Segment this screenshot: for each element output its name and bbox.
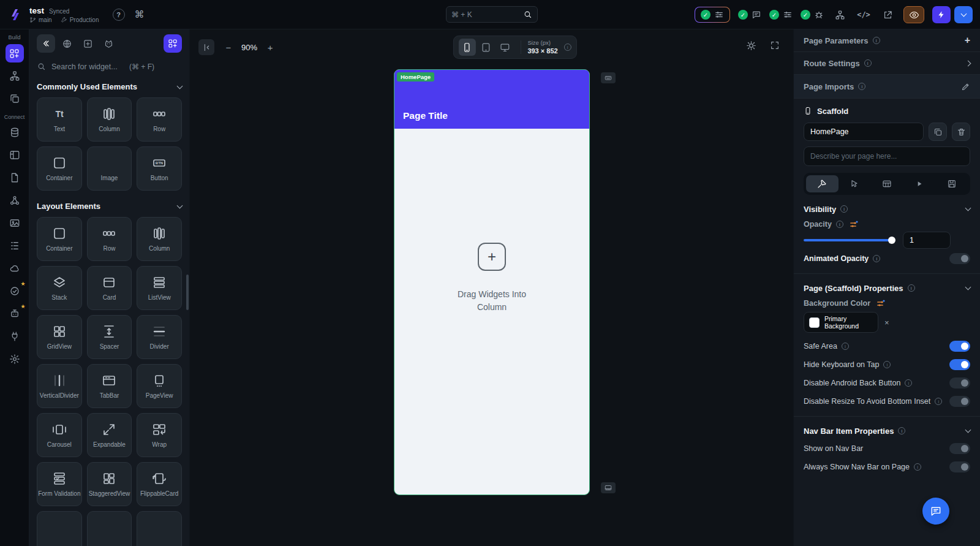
global-search[interactable] <box>446 6 538 23</box>
ai-agent-button[interactable] <box>6 305 23 322</box>
scaffold-properties-header[interactable]: Page (Scaffold) Properties <box>794 280 980 296</box>
storage-tab[interactable] <box>935 175 968 192</box>
run-options-dropdown[interactable] <box>954 6 973 23</box>
page-body-dropzone[interactable]: Drag Widgets Into Column <box>394 129 589 495</box>
widget-card-pageview[interactable]: PageView <box>137 364 182 408</box>
integrations-button[interactable] <box>6 328 23 345</box>
global-widgets-tab[interactable] <box>58 34 76 53</box>
opacity-value-input[interactable] <box>903 232 951 249</box>
project-info[interactable]: test Synced main Production <box>29 6 99 23</box>
widget-card-flippablecard[interactable]: FlippableCard <box>137 462 182 506</box>
add-widget-droptarget[interactable] <box>478 243 506 271</box>
desktop-device-button[interactable] <box>496 39 513 56</box>
clear-color-icon[interactable] <box>884 318 889 327</box>
environment-name[interactable]: Production <box>70 17 99 23</box>
widget-search[interactable]: (⌘ + F) <box>37 62 182 71</box>
widget-card-button[interactable]: Button <box>137 146 182 191</box>
color-swatch[interactable] <box>809 317 820 328</box>
widget-card-gridview[interactable]: GridView <box>37 315 82 359</box>
background-color-chip[interactable]: Primary Background <box>804 312 878 333</box>
animated-opacity-toggle[interactable] <box>949 253 970 264</box>
page-imports-row[interactable]: Page Imports <box>794 75 980 98</box>
page-parameters-row[interactable]: Page Parameters <box>794 29 980 51</box>
zoom-out-button[interactable] <box>222 40 235 54</box>
check-badge-tasks[interactable] <box>769 10 793 20</box>
widget-card-formvalidation[interactable]: Form Validation <box>37 462 82 506</box>
flutterflow-logo-icon[interactable] <box>0 7 28 22</box>
disable-resize-toggle[interactable] <box>949 396 970 407</box>
show-navbar-toggle[interactable] <box>949 443 970 454</box>
route-settings-row[interactable]: Route Settings <box>794 52 980 74</box>
widget-card-verticaldivider[interactable]: VerticalDivider <box>37 364 82 408</box>
widget-card-partial[interactable] <box>87 511 132 546</box>
global-search-input[interactable] <box>451 10 523 19</box>
properties-tab[interactable] <box>806 175 839 192</box>
ui-builder-button[interactable] <box>6 44 24 63</box>
keyboard-overlay-toggle[interactable] <box>601 72 616 83</box>
copy-page-name-button[interactable] <box>929 123 947 141</box>
widget-card-stack[interactable]: Stack <box>37 266 82 310</box>
page-name-input[interactable] <box>804 123 924 141</box>
widget-card-carousel[interactable]: Carousel <box>37 413 82 457</box>
zoom-level[interactable]: 90% <box>241 43 257 52</box>
data-panels-button[interactable] <box>6 146 23 164</box>
selected-page-badge[interactable]: HomePage <box>397 72 434 82</box>
check-badge-debug[interactable] <box>801 10 824 20</box>
zoom-in-button[interactable] <box>263 40 277 54</box>
widget-search-input[interactable] <box>51 63 124 71</box>
run-button[interactable] <box>932 6 951 23</box>
widget-card-listview[interactable]: ListView <box>137 266 182 310</box>
widget-card-partial[interactable] <box>37 511 82 546</box>
widget-card-image[interactable]: Image <box>87 146 132 191</box>
tablet-device-button[interactable] <box>477 39 494 56</box>
pages-button[interactable] <box>6 90 23 107</box>
set-from-variable-icon[interactable] <box>850 220 858 229</box>
app-values-button[interactable] <box>6 237 23 254</box>
widget-card-row[interactable]: Row <box>137 97 182 142</box>
widget-card-column[interactable]: Column <box>87 97 132 142</box>
visibility-section-header[interactable]: Visibility <box>794 201 980 217</box>
always-navbar-toggle[interactable] <box>949 461 970 472</box>
documents-button[interactable] <box>6 169 23 186</box>
disable-back-toggle[interactable] <box>949 377 970 389</box>
delete-page-button[interactable] <box>952 123 970 141</box>
help-button[interactable] <box>113 9 125 21</box>
widget-card-column[interactable]: Column <box>137 217 182 261</box>
widget-panel-toggle-button[interactable] <box>164 34 182 53</box>
widget-card-wrap[interactable]: Wrap <box>137 413 182 457</box>
fit-canvas-button[interactable] <box>770 40 780 50</box>
widget-card-container[interactable]: Container <box>37 146 82 191</box>
page-description-input[interactable] <box>804 146 970 166</box>
command-palette-icon[interactable] <box>135 9 145 20</box>
panel-scrollbar[interactable] <box>186 275 189 310</box>
widget-tree-button[interactable] <box>6 67 23 85</box>
branch-name[interactable]: main <box>39 17 52 23</box>
settings-button[interactable] <box>6 351 23 368</box>
navbar-properties-header[interactable]: Nav Bar Item Properties <box>794 423 980 439</box>
actions-tab[interactable] <box>903 175 935 192</box>
widget-card-expandable[interactable]: Expandable <box>87 413 132 457</box>
design-canvas[interactable]: 90% Size (px) 393 × 852 HomePage Page Ti… <box>190 29 793 546</box>
hide-keyboard-toggle[interactable] <box>949 359 970 370</box>
marketplace-tab[interactable] <box>99 34 118 53</box>
preview-button[interactable] <box>903 6 924 23</box>
section-layout-elements[interactable]: Layout Elements <box>37 202 182 211</box>
collapse-canvas-toolbar-button[interactable] <box>198 39 214 55</box>
widget-tree-shortcut-button[interactable] <box>832 7 848 23</box>
collapse-panel-tab[interactable] <box>37 34 55 53</box>
app-validation-button[interactable] <box>6 282 23 300</box>
view-code-button[interactable] <box>856 7 872 23</box>
pencil-icon[interactable] <box>961 82 970 91</box>
widget-card-card[interactable]: Card <box>87 266 132 310</box>
page-title-text[interactable]: Page Title <box>403 110 448 121</box>
widget-card-row[interactable]: Row <box>87 217 132 261</box>
help-chat-button[interactable] <box>922 498 949 525</box>
section-commonly-used[interactable]: Commonly Used Elements <box>37 82 182 91</box>
navbar-overlay-toggle[interactable] <box>601 482 616 493</box>
set-from-variable-icon[interactable] <box>876 299 885 308</box>
add-parameter-icon[interactable] <box>965 35 970 46</box>
database-button[interactable] <box>6 124 23 141</box>
data-types-button[interactable] <box>6 192 23 209</box>
data-tab[interactable] <box>871 175 903 192</box>
custom-widgets-tab[interactable] <box>78 34 97 53</box>
